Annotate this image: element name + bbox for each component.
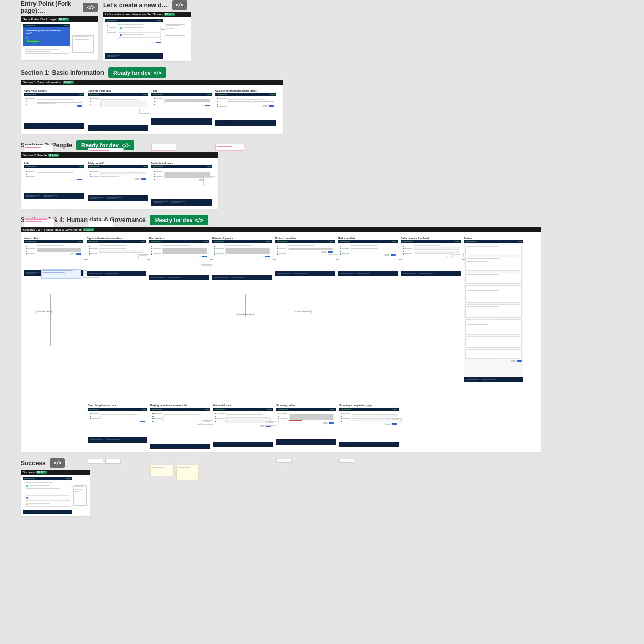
hero-cta: Create a dataset <box>26 40 40 43</box>
sublabel: Paying questions answer title <box>150 404 210 407</box>
code-badge[interactable]: </> <box>172 0 187 10</box>
annotation <box>339 459 354 463</box>
screen-invite <box>151 165 212 206</box>
screen-success <box>23 477 72 514</box>
frame-entry[interactable]: Get a Public Black page! READY What woul… <box>21 16 98 60</box>
annotation <box>165 24 185 36</box>
code-badge[interactable]: </> <box>50 458 65 468</box>
screen-digital-submissions <box>87 240 146 276</box>
annotation <box>88 459 103 464</box>
section2-row: Role <box>21 158 218 209</box>
sublabel: Method & data <box>213 404 273 407</box>
sublabel: Add yourself <box>88 162 148 165</box>
frame-title: Section 1: Basic Information <box>23 81 61 84</box>
frame-title: Success <box>23 471 35 474</box>
screen-role <box>24 165 84 199</box>
screen-method-data <box>213 408 273 447</box>
sublabel: Permissions <box>149 236 209 240</box>
sublabel: Name your dataset <box>24 89 84 92</box>
frame-header: Section 1: Basic Information READY <box>21 80 283 85</box>
sublabel: Human data <box>24 236 83 240</box>
sublabel: Digital submissions not data <box>87 236 146 240</box>
annotation <box>72 35 94 53</box>
hero-title: What would you like to do with your team… <box>26 30 67 35</box>
frame-title: Let's create a new dataset via GeoStream <box>105 13 163 16</box>
annotation <box>276 459 292 463</box>
badge-label: Ready for dev <box>113 70 151 76</box>
section-title: Success <box>21 460 46 467</box>
annotation <box>176 465 199 480</box>
section-header-entry: Entry Point (Fork page):… </> <box>21 0 98 14</box>
mini-badge: READY <box>83 228 94 231</box>
mock-entry: What would you like to do with your team… <box>23 24 70 58</box>
frame-create[interactable]: Let's create a new dataset via GeoStream… <box>103 12 191 61</box>
sublabel: Risk checklist <box>338 236 398 240</box>
screen-paying <box>150 408 210 449</box>
sublabel: Describing human data <box>88 404 147 407</box>
section-header-create: Let's create a new d… </> <box>103 0 191 10</box>
ready-badge[interactable]: Ready for dev </> <box>108 67 166 78</box>
sublabel: Review <box>464 236 523 240</box>
screen-tags <box>151 93 212 125</box>
sublabel: Sub-datasets & upload <box>401 236 461 240</box>
frame-success[interactable]: Success READY <box>21 470 90 516</box>
annotation <box>105 459 121 464</box>
ready-badge[interactable]: Ready for dev </> <box>150 215 208 225</box>
annotation <box>41 269 81 279</box>
badge-label: Ready for dev <box>155 217 193 223</box>
screen-add-yourself <box>88 165 148 201</box>
code-icon: </> <box>54 460 61 466</box>
screen-patents <box>212 240 272 280</box>
annotation <box>203 176 215 185</box>
code-badge[interactable]: </> <box>83 3 98 12</box>
screen-review <box>464 240 523 382</box>
frame-header: Success READY <box>21 470 90 475</box>
code-icon: </> <box>122 143 129 148</box>
sublabel: Summary completion page <box>339 404 399 407</box>
code-icon: </> <box>176 2 183 8</box>
mini-badge: READY <box>58 18 69 21</box>
screen-summary-completion <box>339 408 399 447</box>
screen-custom-model <box>215 93 276 126</box>
screen-name-dataset <box>24 93 84 129</box>
frame-header: Let's create a new dataset via GeoStream… <box>103 12 191 17</box>
screen-permissions <box>149 240 209 280</box>
screen-risk <box>338 240 398 276</box>
section-header-1: Section 1: Basic Information Ready for d… <box>21 67 644 78</box>
sublabel: Role <box>24 162 84 165</box>
frame-header: Section 2: People READY <box>21 152 218 158</box>
frame-section1[interactable]: Section 1: Basic Information READY Name … <box>21 80 283 134</box>
code-icon: </> <box>87 5 94 10</box>
mini-badge: READY <box>48 154 59 157</box>
screen-describe-human <box>88 408 147 443</box>
section-title: Let's create a new d… <box>103 2 168 9</box>
annotation <box>265 421 276 426</box>
section34-body: Human data <box>21 232 541 452</box>
frame-header: Get a Public Black page! READY <box>21 16 98 22</box>
mini-badge: READY <box>36 471 47 474</box>
screen-subdatasets <box>401 240 461 276</box>
sublabel: Ethics committee <box>275 236 335 240</box>
annotation <box>88 221 113 228</box>
sublabel: Tags <box>151 89 212 92</box>
annotation <box>452 253 464 257</box>
flow-pill: Save & continue <box>294 310 312 313</box>
screen-summary-table <box>276 408 336 445</box>
mini-badge: READY <box>63 81 74 84</box>
annotation <box>73 485 87 506</box>
frame-section34[interactable]: Sections 3 & 4: Human data & Governance … <box>21 227 541 452</box>
screen-ethics <box>275 240 335 276</box>
mock-create <box>105 19 163 59</box>
annotation <box>24 218 55 228</box>
section-header-34: Sections 3 & 4: Human data & Governance … <box>21 215 644 225</box>
annotation <box>202 420 213 425</box>
sublabel: Custom contribution model (draft) <box>215 89 276 92</box>
section-title: Section 1: Basic Information <box>21 69 104 76</box>
frame-title: Section 2: People <box>23 154 47 157</box>
frame-section2[interactable]: Section 2: People READY Role <box>21 152 218 209</box>
annotation <box>138 254 150 259</box>
annotation <box>391 418 402 422</box>
section-title: Entry Point (Fork page):… <box>21 0 79 14</box>
sublabel: Patents & papers <box>212 236 272 240</box>
mini-badge: READY <box>164 13 175 16</box>
